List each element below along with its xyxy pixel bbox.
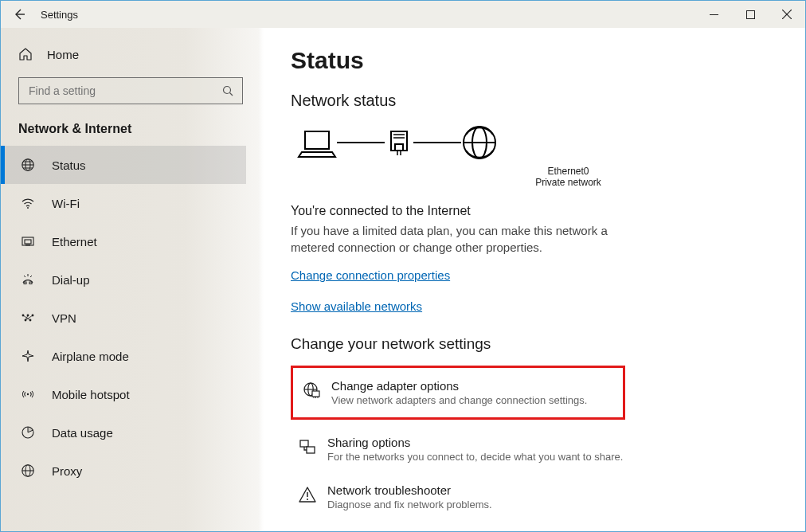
sidebar-item-label: Mobile hotspot xyxy=(52,388,130,401)
sidebar-item-hotspot[interactable]: Mobile hotspot xyxy=(1,375,246,413)
data-usage-icon xyxy=(18,425,37,440)
maximize-icon xyxy=(746,10,755,19)
home-icon xyxy=(18,47,33,61)
setting-title: Change adapter options xyxy=(331,379,587,393)
sidebar-item-wifi[interactable]: Wi-Fi xyxy=(1,184,246,222)
svg-rect-50 xyxy=(312,391,319,397)
network-diagram xyxy=(297,124,778,161)
setting-network-troubleshooter[interactable]: Network troubleshooter Diagnose and fix … xyxy=(291,475,778,518)
body: Home Network & Internet Status Wi-Fi xyxy=(1,28,805,531)
connected-heading: You're connected to the Internet xyxy=(291,204,778,218)
home-nav[interactable]: Home xyxy=(18,42,246,66)
adapter-name: Ethernet0 xyxy=(358,166,778,177)
sidebar-item-label: Airplane mode xyxy=(52,350,129,363)
sidebar-item-label: Status xyxy=(52,158,86,172)
ethernet-icon xyxy=(18,234,37,248)
svg-point-57 xyxy=(307,499,308,500)
setting-desc: Diagnose and fix network problems. xyxy=(327,499,492,510)
settings-window: Settings Home xyxy=(0,0,806,532)
svg-rect-37 xyxy=(305,131,329,149)
svg-rect-1 xyxy=(746,10,754,18)
sidebar-item-label: VPN xyxy=(52,311,76,325)
connected-desc: If you have a limited data plan, you can… xyxy=(291,223,625,256)
svg-rect-18 xyxy=(29,282,32,284)
titlebar: Settings xyxy=(1,1,805,28)
section-network-status: Network status xyxy=(291,92,778,110)
minimize-icon xyxy=(710,10,718,19)
window-controls xyxy=(695,1,805,28)
sidebar-nav: Status Wi-Fi Ethernet Dial-up VPN xyxy=(1,146,246,490)
setting-change-adapter-options[interactable]: Change adapter options View network adap… xyxy=(295,371,621,414)
close-button[interactable] xyxy=(769,1,805,28)
setting-desc: View network adapters and change connect… xyxy=(331,394,587,406)
sidebar-item-label: Proxy xyxy=(52,464,82,478)
sidebar-item-label: Dial-up xyxy=(52,273,90,287)
sidebar-item-dialup[interactable]: Dial-up xyxy=(1,260,246,299)
highlight-box: Change adapter options View network adap… xyxy=(291,366,625,420)
sidebar-item-label: Wi-Fi xyxy=(52,197,80,210)
sidebar-item-status[interactable]: Status xyxy=(1,146,246,184)
sharing-icon xyxy=(294,436,321,456)
internet-globe-icon xyxy=(461,124,498,161)
sidebar-item-vpn[interactable]: VPN xyxy=(1,299,246,337)
hotspot-icon xyxy=(18,387,37,401)
svg-point-11 xyxy=(27,207,29,209)
sidebar: Home Network & Internet Status Wi-Fi xyxy=(1,28,264,531)
svg-point-4 xyxy=(224,86,231,93)
diagram-caption: Ethernet0 Private network xyxy=(358,166,778,188)
wifi-icon xyxy=(18,196,37,210)
svg-rect-55 xyxy=(307,447,315,453)
sidebar-item-label: Data usage xyxy=(52,426,113,440)
link-show-available-networks[interactable]: Show available networks xyxy=(291,299,422,313)
troubleshoot-icon xyxy=(294,483,321,504)
sidebar-item-datausage[interactable]: Data usage xyxy=(1,413,246,452)
dialup-icon xyxy=(18,272,37,287)
svg-rect-39 xyxy=(395,144,403,151)
back-button[interactable] xyxy=(1,1,37,28)
diagram-line xyxy=(337,142,385,143)
adapter-globe-icon xyxy=(298,379,325,400)
svg-rect-54 xyxy=(300,440,308,447)
proxy-icon xyxy=(18,464,37,478)
svg-rect-13 xyxy=(25,240,31,244)
svg-line-5 xyxy=(230,92,233,96)
sidebar-item-label: Ethernet xyxy=(52,235,97,248)
laptop-icon xyxy=(297,127,337,158)
page-title: Status xyxy=(291,47,778,74)
setting-sharing-options[interactable]: Sharing options For the networks you con… xyxy=(291,428,778,471)
router-icon xyxy=(385,127,413,158)
sidebar-item-ethernet[interactable]: Ethernet xyxy=(1,222,246,260)
arrow-left-icon xyxy=(13,8,25,21)
link-change-connection-properties[interactable]: Change connection properties xyxy=(291,268,450,282)
maximize-button[interactable] xyxy=(732,1,769,28)
minimize-button[interactable] xyxy=(695,1,732,28)
close-icon xyxy=(782,10,792,19)
search-icon xyxy=(222,85,234,97)
window-title: Settings xyxy=(41,9,78,21)
diagram-line xyxy=(413,142,461,143)
svg-line-20 xyxy=(24,276,25,277)
svg-rect-17 xyxy=(24,282,26,284)
svg-line-21 xyxy=(30,276,32,277)
sidebar-item-proxy[interactable]: Proxy xyxy=(1,452,246,490)
setting-title: Network troubleshooter xyxy=(327,483,492,497)
home-label: Home xyxy=(47,48,79,61)
sidebar-section-title: Network & Internet xyxy=(18,122,246,136)
section-change-settings: Change your network settings xyxy=(291,335,778,353)
svg-point-30 xyxy=(27,393,29,395)
vpn-icon xyxy=(18,312,37,323)
search-input-wrap[interactable] xyxy=(18,77,243,104)
search-input[interactable] xyxy=(27,84,222,98)
network-type: Private network xyxy=(358,177,778,188)
globe-icon xyxy=(18,158,37,172)
setting-desc: For the networks you connect to, decide … xyxy=(327,451,623,463)
airplane-icon xyxy=(18,349,37,363)
main-content: Status Network status Ethernet0 Private … xyxy=(264,28,805,531)
setting-title: Sharing options xyxy=(327,436,623,449)
sidebar-item-airplane[interactable]: Airplane mode xyxy=(1,337,246,375)
